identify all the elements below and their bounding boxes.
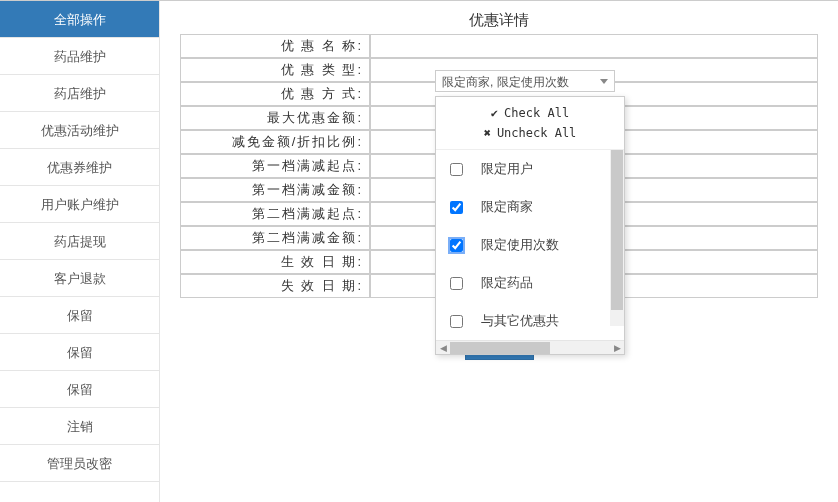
type-combo-value: 限定商家, 限定使用次数 bbox=[442, 75, 569, 89]
check-all-button[interactable]: Check All bbox=[436, 103, 624, 123]
scrollbar-horizontal[interactable]: ◀ ▶ bbox=[436, 340, 624, 354]
scrollbar-vertical[interactable] bbox=[610, 150, 624, 326]
uncheck-all-button[interactable]: Uncheck All bbox=[436, 123, 624, 143]
sidebar-item-1[interactable]: 药品维护 bbox=[0, 38, 159, 75]
sidebar-item-2[interactable]: 药店维护 bbox=[0, 75, 159, 112]
dropdown-option-label: 限定使用次数 bbox=[481, 236, 559, 254]
dropdown-checkbox-2[interactable] bbox=[450, 239, 463, 252]
scroll-right-icon[interactable]: ▶ bbox=[610, 341, 624, 355]
dropdown-option-label: 限定商家 bbox=[481, 198, 533, 216]
dropdown-option-0[interactable]: 限定用户 bbox=[436, 150, 610, 188]
dropdown-checkbox-3[interactable] bbox=[450, 277, 463, 290]
form-label-9: 生 效 日 期: bbox=[180, 250, 370, 274]
sidebar: 全部操作药品维护药店维护优惠活动维护优惠券维护用户账户维护药店提现客户退款保留保… bbox=[0, 1, 160, 502]
sidebar-item-4[interactable]: 优惠券维护 bbox=[0, 149, 159, 186]
form-label-7: 第二档满减起点: bbox=[180, 202, 370, 226]
form-field-0[interactable] bbox=[370, 34, 818, 58]
sidebar-item-6[interactable]: 药店提现 bbox=[0, 223, 159, 260]
type-dropdown-panel: Check All Uncheck All 限定用户限定商家限定使用次数限定药品… bbox=[435, 96, 625, 355]
dropdown-checkbox-1[interactable] bbox=[450, 201, 463, 214]
dropdown-checkbox-0[interactable] bbox=[450, 163, 463, 176]
page-title: 优惠详情 bbox=[180, 11, 818, 30]
dropdown-option-label: 限定用户 bbox=[481, 160, 533, 178]
sidebar-item-11[interactable]: 注销 bbox=[0, 408, 159, 445]
sidebar-item-9[interactable]: 保留 bbox=[0, 334, 159, 371]
check-icon bbox=[491, 106, 504, 120]
scroll-left-icon[interactable]: ◀ bbox=[436, 341, 450, 355]
dropdown-option-4[interactable]: 与其它优惠共 bbox=[436, 302, 610, 340]
dropdown-header: Check All Uncheck All bbox=[436, 97, 624, 150]
dropdown-option-1[interactable]: 限定商家 bbox=[436, 188, 610, 226]
dropdown-option-label: 与其它优惠共 bbox=[481, 312, 559, 330]
sidebar-item-12[interactable]: 管理员改密 bbox=[0, 445, 159, 482]
dropdown-option-label: 限定药品 bbox=[481, 274, 533, 292]
dropdown-option-3[interactable]: 限定药品 bbox=[436, 264, 610, 302]
form-label-4: 减免金额/折扣比例: bbox=[180, 130, 370, 154]
sidebar-item-8[interactable]: 保留 bbox=[0, 297, 159, 334]
sidebar-item-10[interactable]: 保留 bbox=[0, 371, 159, 408]
form-label-10: 失 效 日 期: bbox=[180, 274, 370, 298]
close-icon bbox=[484, 126, 497, 140]
type-combo[interactable]: 限定商家, 限定使用次数 bbox=[435, 70, 615, 92]
main-panel: 优惠详情 优 惠 名 称:优 惠 类 型:优 惠 方 式:最大优惠金额:减免金额… bbox=[160, 1, 838, 502]
scrollbar-thumb-h[interactable] bbox=[450, 342, 550, 354]
form-label-2: 优 惠 方 式: bbox=[180, 82, 370, 106]
form-label-8: 第二档满减金额: bbox=[180, 226, 370, 250]
form-label-6: 第一档满减金额: bbox=[180, 178, 370, 202]
form-label-0: 优 惠 名 称: bbox=[180, 34, 370, 58]
dropdown-option-2[interactable]: 限定使用次数 bbox=[436, 226, 610, 264]
form-label-5: 第一档满减起点: bbox=[180, 154, 370, 178]
form-label-3: 最大优惠金额: bbox=[180, 106, 370, 130]
form-label-1: 优 惠 类 型: bbox=[180, 58, 370, 82]
dropdown-body: 限定用户限定商家限定使用次数限定药品与其它优惠共 bbox=[436, 150, 624, 340]
scrollbar-thumb-v[interactable] bbox=[611, 150, 623, 310]
sidebar-item-0[interactable]: 全部操作 bbox=[0, 1, 159, 38]
sidebar-item-5[interactable]: 用户账户维护 bbox=[0, 186, 159, 223]
sidebar-item-3[interactable]: 优惠活动维护 bbox=[0, 112, 159, 149]
dropdown-checkbox-4[interactable] bbox=[450, 315, 463, 328]
sidebar-item-7[interactable]: 客户退款 bbox=[0, 260, 159, 297]
chevron-down-icon bbox=[600, 79, 608, 84]
